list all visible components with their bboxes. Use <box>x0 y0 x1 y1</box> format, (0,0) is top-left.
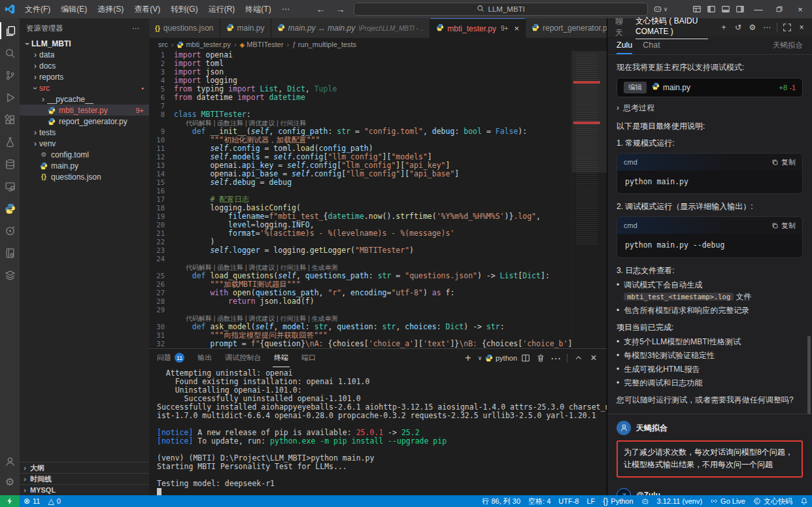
cursor-position[interactable]: 行 86, 列 30 <box>478 495 524 507</box>
breadcrumb-item[interactable]: ◈ MBTITester <box>240 41 284 48</box>
menu-item-6[interactable]: 终端(T) <box>240 0 276 18</box>
activity-database[interactable] <box>0 153 20 175</box>
terminal-dropdown-button[interactable]: ∨ <box>477 352 483 365</box>
menu-item-2[interactable]: 选择(S) <box>92 0 129 18</box>
back-arrow-button[interactable]: ← <box>314 3 328 16</box>
split-terminal-button[interactable] <box>519 352 532 365</box>
maximize-button[interactable] <box>770 0 788 18</box>
tree-item-reports[interactable]: ›reports <box>20 71 149 82</box>
layout-panel-button[interactable] <box>719 3 732 16</box>
panel-tab-问题[interactable]: 问题11 <box>156 349 186 367</box>
command-text[interactable]: python main.py --debug <box>617 234 802 257</box>
tree-item-__pycache__[interactable]: ›__pycache__ <box>20 93 149 105</box>
python-version[interactable]: 3.12.11 (venv) <box>653 495 707 507</box>
activity-remote-explorer[interactable] <box>0 175 20 197</box>
close-comate-button[interactable]: × <box>795 21 808 34</box>
activity-explorer[interactable] <box>0 20 20 42</box>
comate-status[interactable]: 文心快码 <box>749 495 796 507</box>
copy-button[interactable]: 复制 <box>771 157 796 168</box>
editor-tab-report_generator.py[interactable]: report_generator.py <box>526 18 618 38</box>
close-panel-button[interactable]: × <box>587 352 600 365</box>
sidebar-section-大纲[interactable]: ›大纲 <box>20 462 149 473</box>
editor-tab-main.py[interactable]: main.py <box>220 18 271 38</box>
eol[interactable]: LF <box>583 495 599 507</box>
tree-item-docs[interactable]: ›docs <box>20 60 149 71</box>
encoding[interactable]: UTF-8 <box>554 495 583 507</box>
sidebar-section-MYSQL[interactable]: ›MYSQL <box>20 484 149 495</box>
history-button[interactable]: ↺ <box>732 21 745 34</box>
chat-scrollbar[interactable] <box>807 336 811 414</box>
expand-panel-button[interactable] <box>781 21 794 34</box>
tab-chat[interactable]: Chat <box>643 37 660 54</box>
command-text[interactable]: python main.py <box>617 171 802 193</box>
code-editor[interactable]: 1import openai2import toml3import json4i… <box>149 51 571 348</box>
tree-item-report_generator.py[interactable]: report_generator.py <box>20 116 149 127</box>
tree-item-questions.json[interactable]: {}questions.json <box>20 171 149 182</box>
maximize-panel-button[interactable] <box>572 352 585 365</box>
tab-chat-history[interactable]: 聊天 <box>615 16 626 39</box>
panel-tab-终端[interactable]: 终端 <box>273 349 290 367</box>
panel-tab-输出[interactable]: 输出 <box>196 349 213 367</box>
tab-comate[interactable]: 文心快码 ( BAIDU COMATE ) <box>635 16 708 39</box>
tree-item-LLM_MBTI[interactable]: ›LLM_MBTI <box>20 38 149 49</box>
remote-indicator[interactable] <box>0 495 20 507</box>
minimap-slider[interactable] <box>572 51 607 172</box>
editor-tab-mbti_tester.py[interactable]: mbti_tester.py9+× <box>430 18 526 38</box>
copy-button[interactable]: 复制 <box>771 220 796 231</box>
menu-item-3[interactable]: 查看(V) <box>129 0 165 18</box>
activity-layers[interactable] <box>0 264 20 286</box>
problems-errors[interactable]: ⊗11 <box>20 495 44 507</box>
terminal-output[interactable]: Attempting uninstall: openai Found exist… <box>149 367 607 495</box>
tree-item-config.toml[interactable]: ⚙config.toml <box>20 149 149 160</box>
terminal-shell-chip[interactable]: python <box>485 354 517 362</box>
menu-item-1[interactable]: 编辑(E) <box>56 0 92 18</box>
breadcrumb-item[interactable]: src <box>158 41 168 48</box>
activity-notebook[interactable] <box>0 242 20 264</box>
menu-item-5[interactable]: 运行(R) <box>203 0 241 18</box>
problems-warnings[interactable]: △0 <box>44 495 64 507</box>
layout-sidebar-left-button[interactable] <box>705 3 718 16</box>
close-window-button[interactable]: × <box>791 0 809 18</box>
activity-settings-gear[interactable]: ⚙ <box>0 472 20 493</box>
go-live[interactable]: Go Live <box>706 495 749 507</box>
kill-terminal-button[interactable] <box>534 352 547 365</box>
activity-run-debug[interactable] <box>0 86 20 108</box>
breadcrumb[interactable]: src› mbti_tester.py›◈ MBTITester›ƒ run_m… <box>149 38 607 51</box>
panel-tab-调试控制台[interactable]: 调试控制台 <box>224 349 262 367</box>
editor-tab-main.py ↔ main.py[interactable]: main.py ↔ main.py\Project\LLM_MBTI - .. <box>271 18 431 38</box>
thinking-process-toggle[interactable]: › 思考过程 <box>617 102 803 114</box>
activity-python-color[interactable] <box>0 197 20 220</box>
tree-item-venv[interactable]: ›venv <box>20 138 149 149</box>
new-terminal-button[interactable]: + <box>462 352 475 365</box>
sidebar-section-时间线[interactable]: ›时间线 <box>20 473 149 484</box>
settings-gear-button[interactable]: ⚙ <box>746 21 759 34</box>
tree-item-tests[interactable]: ›tests <box>20 127 149 138</box>
editor-tab-questions.json[interactable]: {}questions.json <box>149 18 220 38</box>
command-center-search[interactable]: LLM_MBTI <box>354 3 648 16</box>
activity-testing[interactable] <box>0 131 20 153</box>
activity-account[interactable] <box>0 451 20 472</box>
python-env[interactable] <box>637 495 653 507</box>
panel-tab-端口[interactable]: 端口 <box>300 349 317 367</box>
activity-ai-circle[interactable] <box>0 220 20 242</box>
new-chat-button[interactable]: + <box>717 21 730 34</box>
tree-item-main.py[interactable]: main.py <box>20 160 149 171</box>
language-mode[interactable]: {}Python <box>599 495 637 507</box>
menu-item-7[interactable]: ⋯ <box>277 0 295 18</box>
tab-zulu[interactable]: Zulu <box>617 37 632 54</box>
copilot-menu-button[interactable]: ∨ <box>653 3 668 16</box>
tree-item-mbti_tester.py[interactable]: mbti_tester.py9+ <box>20 105 149 116</box>
breadcrumb-item[interactable]: ƒ run_multiple_tests <box>292 41 356 48</box>
minimap[interactable] <box>571 51 607 348</box>
comate-more-button[interactable]: ⋯ <box>760 21 773 34</box>
tree-item-data[interactable]: ›data <box>20 49 149 60</box>
minimize-button[interactable]: — <box>749 0 768 18</box>
terminal-more-button[interactable]: ⋯ <box>549 352 562 365</box>
layout-sidebar-right-button[interactable] <box>734 3 747 16</box>
activity-extensions[interactable] <box>0 108 20 131</box>
close-tab-icon[interactable]: × <box>514 24 519 33</box>
activity-search[interactable] <box>0 42 20 64</box>
edit-file-card[interactable]: 编辑 main.py +8 -1 <box>617 78 803 97</box>
notifications[interactable] <box>796 495 812 507</box>
menu-item-4[interactable]: 转到(G) <box>165 0 203 18</box>
